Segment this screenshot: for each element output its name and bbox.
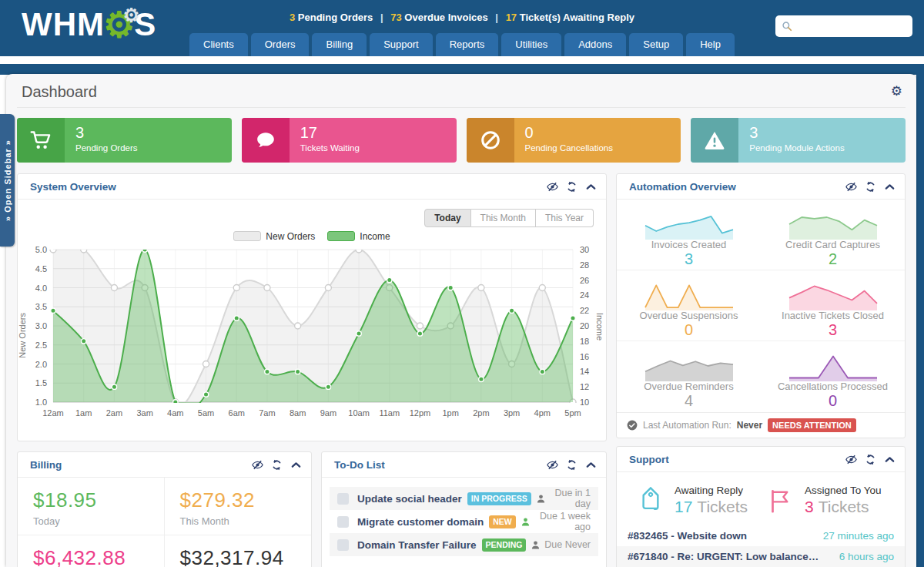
refresh-panel-button[interactable] (566, 459, 578, 471)
svg-text:3.0: 3.0 (35, 321, 47, 330)
billing-label: Today (33, 515, 164, 527)
todo-item[interactable]: Domain Transfer Failure PENDING Due Neve… (330, 533, 598, 556)
range-button-today[interactable]: Today (424, 209, 470, 227)
todo-checkbox[interactable] (337, 539, 349, 551)
tickets-awaiting-label[interactable]: Ticket(s) Awaiting Reply (520, 12, 634, 23)
billing-this-year: $6,432.88 This Year (18, 535, 165, 567)
billing-amount: $18.95 (33, 488, 164, 512)
eye-slash-icon (547, 181, 558, 193)
svg-text:5am: 5am (198, 408, 214, 418)
support-stats: Awaiting Reply 17Tickets Assigned To You… (617, 472, 905, 525)
automation-overview-panel: Automation Overview Invoices Created 3 (616, 173, 906, 438)
overdue-invoices-label[interactable]: Overdue Invoices (404, 12, 487, 23)
svg-text:2.5: 2.5 (35, 341, 47, 350)
nav-tab-billing[interactable]: Billing (312, 33, 367, 56)
open-sidebar-tab[interactable]: » Open Sidebar » (0, 114, 15, 247)
stat-card-pending-orders[interactable]: 3 Pending Orders (17, 118, 232, 163)
dashboard-settings-gear-icon[interactable]: ⚙ (891, 83, 902, 99)
automation-invoices-created[interactable]: Invoices Created 3 (617, 200, 761, 270)
automation-overdue-suspensions[interactable]: Overdue Suspensions 0 (617, 270, 761, 341)
pending-orders-count[interactable]: 3 (290, 12, 295, 23)
ticket-title: #671840 - Re: URGENT: Low balance in you… (628, 551, 820, 562)
automation-label: Inactive Tickets Closed (761, 310, 905, 321)
panel-title: Automation Overview (629, 181, 845, 193)
comment-icon (256, 130, 276, 150)
svg-text:10: 10 (580, 398, 589, 407)
nav-tab-support[interactable]: Support (370, 33, 433, 56)
refresh-icon (566, 181, 578, 193)
refresh-panel-button[interactable] (865, 454, 876, 465)
svg-text:28: 28 (580, 260, 589, 270)
sparkline-chart (644, 206, 734, 241)
stat-card-tickets-waiting[interactable]: 17 Tickets Waiting (242, 118, 457, 163)
status-badge: NEW (489, 515, 516, 528)
todo-title: Domain Transfer Failure (357, 539, 477, 551)
nav-tab-setup[interactable]: Setup (629, 33, 683, 56)
ticket-time: 6 hours ago (839, 551, 894, 562)
search-input[interactable] (797, 21, 905, 32)
awaiting-reply-stat[interactable]: Awaiting Reply 17Tickets (637, 485, 767, 516)
ticket-row[interactable]: #832465 - Website down 27 minutes ago (617, 525, 905, 546)
assigned-to-you-stat[interactable]: Assigned To You 3Tickets (767, 485, 897, 516)
todo-checkbox[interactable] (337, 516, 349, 528)
nav-tab-addons[interactable]: Addons (564, 33, 626, 56)
alert-separator: | (380, 12, 383, 23)
sparkline-chart (644, 277, 734, 312)
hide-panel-button[interactable] (845, 181, 857, 193)
todo-item[interactable]: Update social header IN PROGRESS Due in … (330, 487, 598, 510)
collapse-panel-button[interactable] (884, 181, 896, 193)
stat-card-pending-cancellations[interactable]: 0 Pending Cancellations (467, 118, 681, 163)
needs-attention-badge[interactable]: NEEDS ATTENTION (768, 418, 856, 432)
nav-tab-orders[interactable]: Orders (251, 33, 310, 56)
pending-orders-label[interactable]: Pending Orders (298, 12, 373, 23)
range-button-this-year[interactable]: This Year (536, 209, 594, 227)
automation-credit-card-captures[interactable]: Credit Card Captures 2 (761, 200, 905, 270)
sparkline-chart (788, 277, 878, 312)
automation-inactive-tickets-closed[interactable]: Inactive Tickets Closed 3 (761, 270, 905, 341)
stat-value: 0 (525, 123, 681, 142)
svg-text:3am: 3am (136, 408, 152, 418)
nav-tab-help[interactable]: Help (686, 33, 735, 56)
ticket-time: 27 minutes ago (823, 530, 894, 542)
hide-panel-button[interactable] (845, 454, 857, 465)
svg-text:4.0: 4.0 (35, 284, 47, 293)
svg-text:24: 24 (580, 290, 589, 300)
svg-text:4.5: 4.5 (35, 264, 47, 273)
last-automation-run-label: Last Automation Run: (643, 420, 732, 431)
search-icon (782, 21, 792, 32)
hide-panel-button[interactable] (252, 459, 263, 471)
hide-panel-button[interactable] (547, 459, 558, 471)
billing-amount: $6,432.88 (33, 546, 164, 567)
automation-value: 2 (761, 250, 905, 268)
nav-tab-utilities[interactable]: Utilities (501, 33, 561, 56)
page-title: Dashboard (22, 83, 97, 101)
refresh-panel-button[interactable] (865, 181, 876, 193)
svg-text:6am: 6am (229, 408, 245, 418)
nav-tab-reports[interactable]: Reports (436, 33, 499, 56)
svg-text:2pm: 2pm (473, 408, 489, 418)
automation-cancellations-processed[interactable]: Cancellations Processed 0 (761, 341, 905, 412)
stat-card-pending-module-actions[interactable]: 3 Pending Module Actions (691, 118, 906, 163)
automation-overdue-reminders[interactable]: Overdue Reminders 4 (617, 341, 761, 412)
refresh-panel-button[interactable] (566, 181, 578, 193)
refresh-panel-button[interactable] (271, 459, 283, 471)
refresh-icon (271, 459, 283, 471)
support-stat-value: 17 (675, 498, 692, 515)
tickets-awaiting-count[interactable]: 17 (506, 12, 517, 23)
cart-icon (30, 129, 52, 151)
svg-text:12: 12 (580, 382, 589, 391)
ticket-row[interactable]: #671840 - Re: URGENT: Low balance in you… (617, 546, 905, 567)
svg-text:12pm: 12pm (410, 408, 431, 418)
todo-checkbox[interactable] (337, 493, 349, 505)
collapse-panel-button[interactable] (585, 459, 597, 471)
collapse-panel-button[interactable] (884, 454, 896, 465)
overdue-invoices-count[interactable]: 73 (390, 12, 401, 23)
svg-text:4pm: 4pm (534, 408, 551, 418)
todo-item[interactable]: Migrate customer domain NEW Due 1 week a… (330, 510, 598, 533)
hide-panel-button[interactable] (547, 181, 558, 193)
collapse-panel-button[interactable] (585, 181, 597, 193)
collapse-panel-button[interactable] (290, 459, 302, 471)
range-button-this-month[interactable]: This Month (471, 209, 536, 227)
nav-tab-clients[interactable]: Clients (189, 33, 248, 56)
stat-cards-row: 3 Pending Orders 17 Tickets Waiting 0 Pe… (17, 118, 906, 163)
